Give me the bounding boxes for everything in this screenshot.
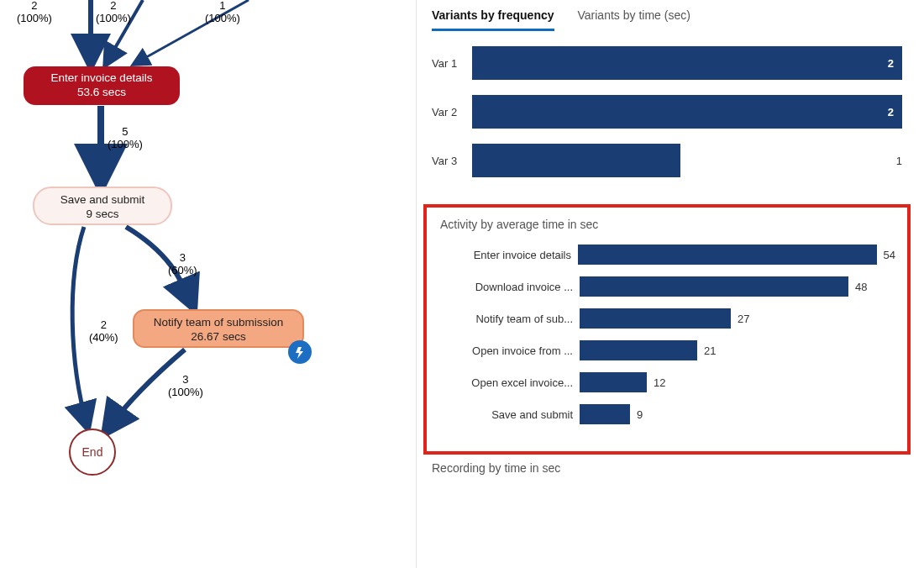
variant-bar: 2 xyxy=(472,46,902,80)
node-metric: 53.6 secs xyxy=(24,86,180,100)
node-label: Enter invoice details xyxy=(24,71,180,86)
analytics-pane: Variants by frequency Variants by time (… xyxy=(416,0,917,568)
edge-label-count: 2 xyxy=(101,318,107,331)
panel-title: Activity by average time in sec xyxy=(440,218,895,231)
activity-row[interactable]: Notify team of sub...27 xyxy=(438,308,895,329)
activity-value: 48 xyxy=(855,281,867,293)
edge-label-pct: (60%) xyxy=(168,264,197,276)
edge-label-count: 1 xyxy=(219,0,225,12)
node-label: Notify team of submission xyxy=(134,316,302,330)
activity-value: 9 xyxy=(637,408,643,421)
edge-label-pct: (100%) xyxy=(168,386,203,398)
bar-value: 2 xyxy=(888,95,894,129)
activity-time-chart: Enter invoice details54Download invoice … xyxy=(438,245,895,424)
variant-label: Var 3 xyxy=(432,155,472,167)
variant-row[interactable]: Var 12 xyxy=(432,46,902,80)
activity-bar xyxy=(580,308,731,329)
bar-track: 2 xyxy=(472,95,902,129)
activity-label: Open invoice from ... xyxy=(438,344,580,357)
edge-label-pct: (100%) xyxy=(96,12,131,24)
automation-badge-icon[interactable] xyxy=(288,340,312,364)
variants-frequency-chart: Var 12Var 22Var 31 xyxy=(417,31,917,199)
bar-track: 2 xyxy=(472,46,902,80)
variant-bar: 2 xyxy=(472,95,902,129)
activity-label: Download invoice ... xyxy=(438,281,580,293)
node-metric: 9 secs xyxy=(34,208,171,222)
node-notify-team[interactable]: Notify team of submission 26.67 secs xyxy=(133,309,304,348)
variant-bar xyxy=(472,144,680,177)
activity-bar xyxy=(580,276,848,297)
activity-label: Save and submit xyxy=(438,408,580,421)
variant-label: Var 1 xyxy=(432,57,472,70)
node-end[interactable]: End xyxy=(69,429,116,476)
bar-value: 1 xyxy=(896,155,902,167)
variant-row[interactable]: Var 31 xyxy=(432,144,902,177)
activity-row[interactable]: Open excel invoice...12 xyxy=(438,372,895,392)
activity-row[interactable]: Open invoice from ...21 xyxy=(438,340,895,360)
activity-value: 54 xyxy=(884,249,895,261)
activity-row[interactable]: Save and submit9 xyxy=(438,404,895,424)
recording-time-title: Recording by time in sec xyxy=(417,455,917,475)
edge-label-pct: (100%) xyxy=(205,12,240,24)
edge-label-count: 2 xyxy=(31,0,37,12)
activity-bar xyxy=(580,340,697,360)
edge-label-count: 3 xyxy=(182,373,188,386)
activity-time-panel: Activity by average time in sec Enter in… xyxy=(423,204,911,455)
activity-value: 12 xyxy=(654,376,665,389)
activity-bar xyxy=(580,372,647,392)
node-metric: 26.67 secs xyxy=(134,330,302,344)
activity-label: Open excel invoice... xyxy=(438,376,580,389)
activity-bar xyxy=(578,245,877,265)
edge-label-count: 2 xyxy=(110,0,116,12)
node-label: Save and submit xyxy=(34,193,171,208)
variants-tabs: Variants by frequency Variants by time (… xyxy=(417,0,917,31)
node-label: End xyxy=(82,445,103,459)
variant-row[interactable]: Var 22 xyxy=(432,95,902,129)
edge-label-count: 5 xyxy=(122,125,128,138)
bar-value: 2 xyxy=(888,46,894,80)
tab-variants-frequency[interactable]: Variants by frequency xyxy=(432,8,554,31)
tab-variants-time[interactable]: Variants by time (sec) xyxy=(578,8,690,31)
activity-bar xyxy=(580,404,630,424)
node-enter-invoice-details[interactable]: Enter invoice details 53.6 secs xyxy=(24,66,180,105)
activity-label: Enter invoice details xyxy=(438,249,578,261)
variant-label: Var 2 xyxy=(432,106,472,118)
edge-label-pct: (100%) xyxy=(17,12,52,24)
edge-label-count: 3 xyxy=(180,251,186,264)
activity-label: Notify team of sub... xyxy=(438,313,580,325)
activity-row[interactable]: Download invoice ...48 xyxy=(438,276,895,297)
edge-label-pct: (40%) xyxy=(89,331,118,344)
activity-value: 21 xyxy=(704,344,716,357)
activity-value: 27 xyxy=(738,313,749,325)
edge-label-pct: (100%) xyxy=(108,138,143,150)
bar-track xyxy=(472,144,890,177)
node-save-and-submit[interactable]: Save and submit 9 secs xyxy=(33,187,172,225)
activity-row[interactable]: Enter invoice details54 xyxy=(438,245,895,265)
